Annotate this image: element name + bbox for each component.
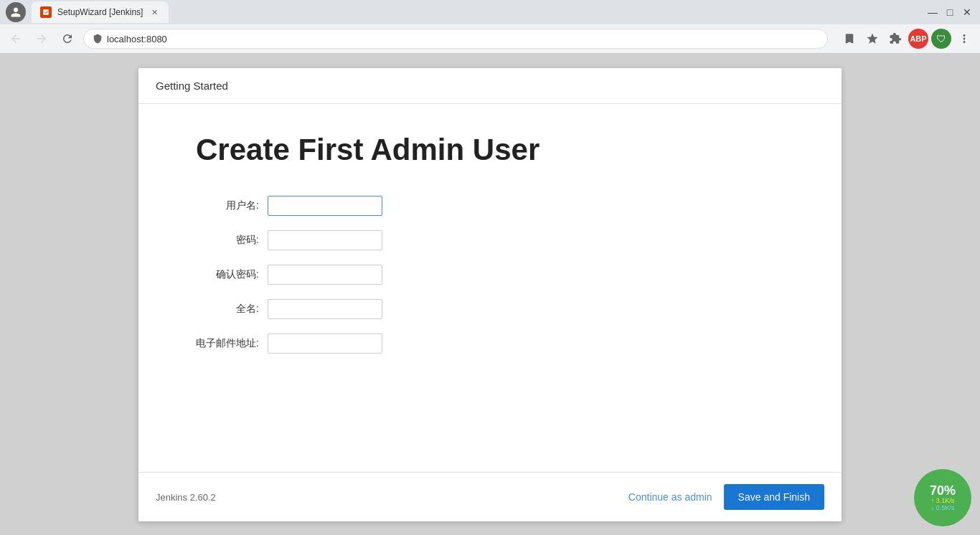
fullname-label: 全名: <box>196 303 268 316</box>
adblock-icon[interactable]: ABP <box>908 29 928 49</box>
maximize-button[interactable]: □ <box>943 5 957 19</box>
url-bar[interactable]: localhost:8080 <box>83 29 828 49</box>
page-content: Getting Started Create First Admin User … <box>0 54 980 535</box>
wizard-body: Create First Admin User 用户名: 密码: 确认密码: <box>138 104 842 472</box>
username-row: 用户名: <box>196 196 784 216</box>
shield-icon[interactable]: 🛡 <box>931 29 951 49</box>
footer-actions: Continue as admin Save and Finish <box>628 484 824 510</box>
wizard-container: Getting Started Create First Admin User … <box>138 68 842 521</box>
password-input[interactable] <box>268 230 382 250</box>
username-label: 用户名: <box>196 199 268 212</box>
network-speeds: ↑ 3.1K/s ↓ 0.5K/s <box>931 497 955 511</box>
bookmark-icon[interactable] <box>839 29 859 49</box>
username-input[interactable] <box>268 196 382 216</box>
upload-speed: ↑ 3.1K/s <box>931 497 955 504</box>
forward-button[interactable] <box>32 29 52 49</box>
email-label: 电子邮件地址: <box>196 337 268 350</box>
browser-chrome: SetupWizard [Jenkins] ✕ — □ ✕ localhost:… <box>0 0 980 54</box>
password-label: 密码: <box>196 234 268 247</box>
fullname-row: 全名: <box>196 299 784 319</box>
minimize-button[interactable]: — <box>925 5 940 19</box>
wizard-header-title: Getting Started <box>156 80 824 92</box>
wizard-footer: Jenkins 2.60.2 Continue as admin Save an… <box>138 472 842 521</box>
confirm-password-label: 确认密码: <box>196 268 268 281</box>
window-controls: — □ ✕ <box>925 5 974 19</box>
download-speed: ↓ 0.5K/s <box>931 504 955 511</box>
admin-user-form: 用户名: 密码: 确认密码: 全名: <box>196 196 784 354</box>
confirm-password-row: 确认密码: <box>196 265 784 285</box>
toolbar-icons: ABP 🛡 <box>839 29 974 49</box>
back-button[interactable] <box>6 29 26 49</box>
browser-tab[interactable]: SetupWizard [Jenkins] ✕ <box>32 1 169 23</box>
star-icon[interactable] <box>862 29 882 49</box>
close-button[interactable]: ✕ <box>960 5 974 19</box>
title-bar: SetupWizard [Jenkins] ✕ — □ ✕ <box>0 0 980 24</box>
save-and-finish-button[interactable]: Save and Finish <box>724 484 824 510</box>
url-text: localhost:8080 <box>107 34 167 44</box>
confirm-password-input[interactable] <box>268 265 382 285</box>
network-percent: 70% <box>930 484 956 497</box>
profile-icon[interactable] <box>6 2 26 22</box>
password-row: 密码: <box>196 230 784 250</box>
network-widget: 70% ↑ 3.1K/s ↓ 0.5K/s <box>914 469 971 526</box>
refresh-button[interactable] <box>57 29 77 49</box>
tab-favicon <box>40 6 52 18</box>
continue-as-admin-link[interactable]: Continue as admin <box>628 491 712 503</box>
fullname-input[interactable] <box>268 299 382 319</box>
tab-label: SetupWizard [Jenkins] <box>57 7 143 17</box>
menu-icon[interactable] <box>954 29 974 49</box>
version-text: Jenkins 2.60.2 <box>156 492 216 503</box>
wizard-main-title: Create First Admin User <box>196 133 784 167</box>
wizard-header: Getting Started <box>138 68 842 104</box>
tab-close-button[interactable]: ✕ <box>149 6 160 18</box>
address-bar: localhost:8080 ABP 🛡 <box>0 24 980 53</box>
email-row: 电子邮件地址: <box>196 333 784 354</box>
email-input[interactable] <box>268 333 382 354</box>
extension-icon[interactable] <box>885 29 905 49</box>
